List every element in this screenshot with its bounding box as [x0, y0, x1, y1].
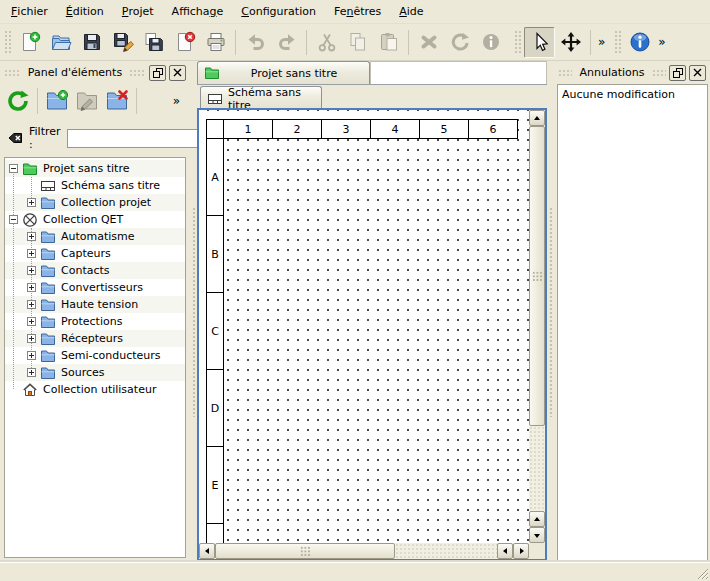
menu-affichage[interactable]: Affichage [163, 0, 233, 23]
toolbar-drag-handle[interactable] [4, 30, 11, 54]
toolbar-drag-handle[interactable] [614, 30, 621, 54]
tree-item-label: Projet sans titre [43, 162, 134, 175]
edit-category-button[interactable] [72, 86, 102, 116]
tree-item-semi-conducteurs[interactable]: Semi-conducteurs [5, 347, 185, 364]
undo-history-item[interactable]: Aucune modification [558, 86, 707, 102]
tree-item-capteurs[interactable]: Capteurs [5, 245, 185, 262]
object-info-button[interactable] [475, 27, 506, 58]
tree-item-automatisme[interactable]: Automatisme [5, 228, 185, 245]
toolbar-overflow-button[interactable]: » [655, 35, 668, 49]
home-icon [22, 382, 38, 398]
paste-button[interactable] [373, 27, 404, 58]
tab-project[interactable]: Projet sans titre [197, 61, 370, 84]
elements-tree[interactable]: Projet sans titreSchéma sans titreCollec… [4, 157, 186, 558]
tree-item-protections[interactable]: Protections [5, 313, 185, 330]
folder-icon [40, 314, 56, 330]
save-as-button[interactable] [107, 27, 138, 58]
dock-close-button[interactable] [689, 65, 706, 81]
toolbar-drag-handle[interactable] [514, 30, 521, 54]
about-button[interactable] [624, 27, 655, 58]
scroll-left-button[interactable] [199, 543, 215, 559]
scroll-up-button[interactable] [529, 110, 545, 126]
expand-icon[interactable] [27, 351, 36, 360]
expand-icon[interactable] [27, 266, 36, 275]
reload-collections-button[interactable] [3, 86, 33, 116]
horizontal-scroll-thumb[interactable] [215, 543, 395, 559]
menu-projet[interactable]: Projet [113, 0, 163, 23]
close-icon [173, 68, 182, 77]
new-category-button[interactable] [42, 86, 72, 116]
collapse-icon[interactable] [9, 164, 18, 173]
dock-float-button[interactable] [669, 65, 686, 81]
menu-configuration[interactable]: Configuration [232, 0, 325, 23]
cut-button[interactable] [311, 27, 342, 58]
diagram-scene[interactable]: 123456 ABCDE [199, 110, 529, 543]
expand-icon[interactable] [27, 317, 36, 326]
delete-category-button[interactable] [102, 86, 132, 116]
tree-item-recepteurs[interactable]: Récepteurs [5, 330, 185, 347]
elements-panel-header[interactable]: Panel d'éléments [4, 64, 186, 81]
tree-item-sources[interactable]: Sources [5, 364, 185, 381]
clear-filter-icon[interactable] [7, 130, 23, 146]
open-document-button[interactable] [45, 27, 76, 58]
schema-icon [40, 178, 56, 194]
menu-edition[interactable]: Édition [57, 0, 113, 23]
close-document-button[interactable] [169, 27, 200, 58]
expand-icon[interactable] [27, 249, 36, 258]
project-folder-icon [22, 161, 38, 177]
tree-item-convertisseurs[interactable]: Convertisseurs [5, 279, 185, 296]
dock-float-button[interactable] [149, 65, 166, 81]
rotate-button[interactable] [444, 27, 475, 58]
expand-icon[interactable] [27, 368, 36, 377]
size-grip[interactable] [695, 566, 709, 580]
horizontal-scrollbar[interactable] [199, 543, 529, 559]
undo-button[interactable] [240, 27, 271, 58]
print-button[interactable] [200, 27, 231, 58]
tree-item-collection-projet[interactable]: Collection projet [5, 194, 185, 211]
vertical-scrollbar[interactable] [529, 110, 545, 543]
expand-icon[interactable] [27, 283, 36, 292]
scroll-left-button-2[interactable] [497, 543, 513, 559]
menu-fichier[interactable]: Fichier [2, 0, 57, 23]
dock-close-button[interactable] [169, 65, 186, 81]
open-document-icon [50, 31, 72, 53]
expand-icon[interactable] [27, 300, 36, 309]
tree-item-contacts[interactable]: Contacts [5, 262, 185, 279]
move-tool-button[interactable] [555, 27, 586, 58]
vertical-scroll-track[interactable] [529, 426, 545, 511]
save-all-button[interactable] [138, 27, 169, 58]
scroll-down-button[interactable] [529, 527, 545, 543]
tree-item-schema-sans-titre[interactable]: Schéma sans titre [5, 177, 185, 194]
undo-history-list[interactable]: Aucune modification [557, 84, 708, 561]
save-button[interactable] [76, 27, 107, 58]
menu-fenetres[interactable]: Fenêtres [325, 0, 390, 23]
tree-item-haute-tension[interactable]: Haute tension [5, 296, 185, 313]
expand-icon[interactable] [27, 334, 36, 343]
right-splitter[interactable] [547, 61, 554, 563]
expand-icon[interactable] [27, 198, 36, 207]
scroll-up-button-2[interactable] [529, 511, 545, 527]
menu-aide[interactable]: Aide [390, 0, 432, 23]
filter-label: Filtrer : [29, 125, 61, 151]
left-splitter[interactable] [190, 61, 197, 563]
pointer-tool-button[interactable] [524, 27, 555, 58]
delete-button[interactable] [413, 27, 444, 58]
new-document-button[interactable] [14, 27, 45, 58]
panel-overflow-button[interactable]: » [170, 94, 183, 108]
vertical-scroll-thumb[interactable] [529, 126, 545, 426]
tree-item-collection-qet[interactable]: Collection QET [5, 211, 185, 228]
tab-schema[interactable]: Schéma sans titre [200, 86, 322, 110]
tree-item-label: Sources [61, 366, 109, 379]
copy-button[interactable] [342, 27, 373, 58]
toolbar-overflow-button[interactable]: » [595, 35, 608, 49]
expand-icon[interactable] [27, 232, 36, 241]
filter-row: Filtrer : [7, 126, 183, 150]
redo-button[interactable] [271, 27, 302, 58]
horizontal-scroll-track[interactable] [395, 543, 497, 559]
collapse-icon[interactable] [9, 215, 18, 224]
scroll-right-button[interactable] [513, 543, 529, 559]
tree-item-projet-sans-titre[interactable]: Projet sans titre [5, 160, 185, 177]
tree-item-label: Protections [61, 315, 126, 328]
tree-item-collection-utilisateur[interactable]: Collection utilisateur [5, 381, 185, 398]
undo-dock-header[interactable]: Annulations [558, 64, 706, 81]
